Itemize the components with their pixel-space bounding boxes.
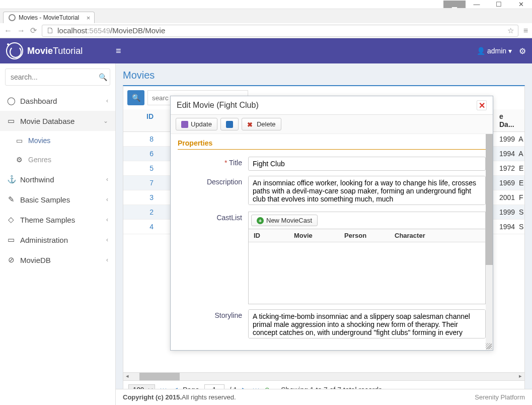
nav-item[interactable]: ✎Basic Samples‹ [0, 189, 115, 210]
brand-light: Tutorial [53, 46, 83, 56]
url-port: :56549 [87, 26, 110, 35]
cell-id: 5 [123, 161, 159, 175]
chevron-icon: ‹ [106, 196, 108, 203]
update-button[interactable]: Update [176, 118, 217, 130]
cast-toolbar: + New MovieCast [248, 212, 486, 229]
settings-gear-icon[interactable]: ⚙ [519, 46, 526, 56]
cell-id: 6 [123, 147, 159, 161]
horizontal-scrollbar[interactable]: ◂ ▸ [123, 372, 524, 380]
nav-item[interactable]: ◇Theme Samples‹ [0, 210, 115, 230]
description-label: Description [178, 176, 248, 186]
col-id[interactable]: ID [123, 109, 159, 131]
platform-link[interactable]: Serenity Platform [475, 393, 525, 401]
nav-icon: ▭ [7, 116, 15, 125]
title-input[interactable] [248, 157, 486, 171]
col-release[interactable]: e Da... [494, 109, 524, 131]
nav-label: Basic Samples [20, 195, 70, 204]
address-bar[interactable]: 🗋 localhost:56549/MovieDB/Movie ☆ [42, 25, 518, 37]
new-moviecast-button[interactable]: + New MovieCast [251, 215, 318, 226]
grid-search-button[interactable]: 🔍 [127, 90, 144, 105]
user-name: admin [487, 47, 506, 55]
scroll-thumb[interactable] [139, 373, 180, 380]
nav-item[interactable]: ▭Administration‹ [0, 230, 115, 250]
search-icon[interactable]: 🔍 [99, 73, 107, 81]
nav-label: Administration [20, 236, 68, 244]
scroll-left-icon[interactable]: ◂ [123, 373, 131, 380]
cell-id: 3 [123, 190, 159, 205]
nav-item[interactable]: ◯Dashboard‹ [0, 91, 115, 111]
chevron-icon: ⌄ [103, 117, 108, 124]
scroll-right-icon[interactable]: ▸ [516, 373, 524, 380]
window-tab-min-icon[interactable]: ▁ [443, 1, 466, 8]
tab-close-icon[interactable]: × [87, 14, 91, 22]
copyright-rest: All rights reserved. [182, 393, 236, 401]
dialog-scrollbar[interactable] [486, 134, 493, 350]
favicon-icon [9, 14, 16, 21]
window-maximize-icon[interactable]: ☐ [488, 1, 510, 8]
nav-icon: ▭ [15, 137, 23, 145]
dialog-close-icon[interactable]: ✕ [477, 100, 487, 110]
nav-icon: ◯ [7, 96, 15, 105]
cast-col-movie[interactable]: Movie [289, 229, 339, 242]
forward-icon[interactable]: → [17, 26, 25, 35]
description-textarea[interactable] [248, 176, 486, 205]
title-label: * Title [178, 157, 248, 167]
cell-year: 1972 E [494, 161, 524, 175]
nav-list: ◯Dashboard‹▭Movie Database⌄▭Movies⚙Genre… [0, 91, 115, 270]
nav-label: MovieDB [20, 256, 51, 264]
cell-id: 2 [123, 205, 159, 219]
nav-label: Northwind [20, 175, 54, 184]
nav-label: Theme Samples [20, 216, 75, 224]
app-logo[interactable]: MovieTutorial [6, 42, 116, 59]
url-path: /MovieDB/Movie [110, 26, 165, 35]
tab-title: Movies - MovieTutorial [19, 14, 79, 21]
cast-col-character[interactable]: Character [390, 229, 485, 242]
cast-grid: ID Movie Person Character [248, 229, 486, 304]
browser-menu-icon[interactable]: ≡ [523, 26, 528, 35]
dialog-resize-handle[interactable] [486, 343, 492, 349]
dialog-scroll-thumb[interactable] [486, 134, 493, 265]
sidebar-search[interactable]: 🔍 [5, 69, 110, 86]
nav-icon: ▭ [7, 235, 15, 244]
cast-col-id[interactable]: ID [249, 229, 289, 242]
logo-swirl-icon [6, 42, 23, 59]
apply-button[interactable] [220, 118, 239, 130]
chevron-icon: ‹ [106, 176, 108, 183]
nav-item[interactable]: ▭Movies [0, 131, 115, 150]
nav-icon: ✎ [7, 195, 15, 204]
page-title: Movies [123, 70, 525, 81]
cell-year: 1969 E [494, 176, 524, 190]
nav-item[interactable]: ⚙Genres [0, 150, 115, 169]
cast-col-person[interactable]: Person [339, 229, 390, 242]
sidebar-toggle-icon[interactable]: ≡ [116, 46, 121, 56]
copyright-bold: Copyright (c) 2015. [123, 393, 182, 401]
nav-icon: ⚓ [7, 175, 15, 184]
page-icon: 🗋 [46, 26, 54, 35]
delete-button[interactable]: ✖Delete [242, 118, 281, 130]
window-minimize-icon[interactable]: — [466, 1, 488, 8]
sidebar-search-input[interactable] [11, 73, 99, 81]
reload-icon[interactable]: ⟳ [30, 26, 37, 35]
bookmark-star-icon[interactable]: ☆ [507, 26, 514, 35]
nav-icon: ⚙ [15, 156, 23, 164]
storyline-label: Storyline [178, 309, 248, 319]
nav-item[interactable]: ▭Movie Database⌄ [0, 111, 115, 131]
user-menu[interactable]: 👤 admin ▾ [477, 47, 512, 55]
cell-year: 1999 S [494, 205, 524, 219]
chevron-icon: ‹ [106, 236, 108, 243]
nav-icon: ◇ [7, 215, 15, 224]
apply-icon [226, 121, 233, 128]
cast-grid-header: ID Movie Person Character [249, 229, 485, 242]
back-icon[interactable]: ← [4, 26, 12, 35]
browser-tab[interactable]: Movies - MovieTutorial × [3, 12, 95, 23]
nav-label: Dashboard [20, 97, 57, 105]
nav-item[interactable]: ⚓Northwind‹ [0, 169, 115, 189]
save-icon [181, 121, 188, 128]
dialog-titlebar[interactable]: Edit Movie (Fight Club) ✕ [171, 96, 493, 115]
storyline-textarea[interactable] [248, 309, 486, 339]
nav-item[interactable]: ⊘MovieDB‹ [0, 250, 115, 270]
castlist-label: CastList [178, 212, 248, 222]
nav-label: Genres [28, 156, 51, 164]
window-close-icon[interactable]: ✕ [510, 1, 532, 8]
chevron-icon: ‹ [106, 216, 108, 223]
